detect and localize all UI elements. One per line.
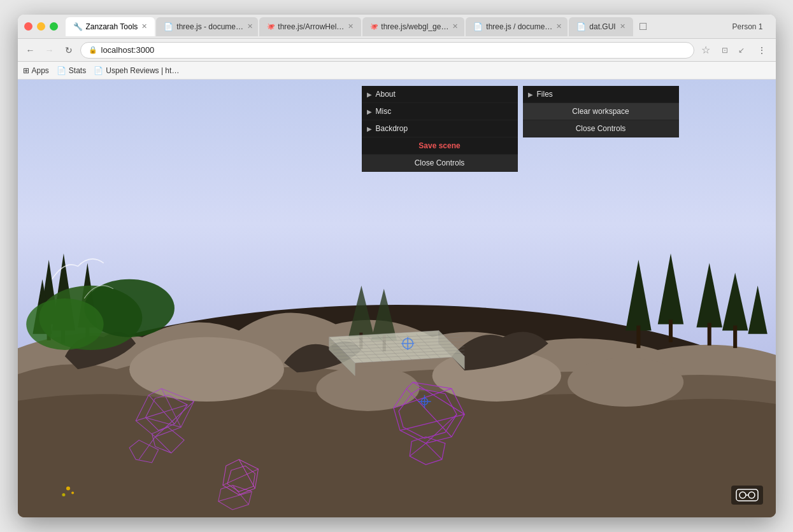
svg-rect-20 <box>707 323 711 345</box>
apps-label: Apps <box>32 66 49 75</box>
back-button[interactable]: ← <box>23 43 38 58</box>
forward-button[interactable]: → <box>42 43 57 58</box>
gui-row-files[interactable]: ▶ Files <box>523 86 679 103</box>
svg-point-86 <box>739 492 746 498</box>
close-controls-left-label: Close Controls <box>415 158 465 167</box>
toolbar-actions: ⋮ <box>753 41 771 59</box>
gui-row-about[interactable]: ▶ About <box>362 86 518 103</box>
tab-close-icon[interactable]: ✕ <box>452 22 458 31</box>
files-label: Files <box>537 90 553 99</box>
stats-icon: 📄 <box>57 66 66 75</box>
about-label: About <box>376 90 396 99</box>
toolbar: ← → ↻ 🔒 localhost:3000 ☆ ⊡ ↙ ⋮ <box>18 39 776 62</box>
tab-favicon: 📄 <box>473 22 483 31</box>
tab-close-icon[interactable]: ✕ <box>247 22 253 31</box>
refresh-button[interactable]: ↻ <box>61 43 76 58</box>
svg-point-5 <box>568 358 683 407</box>
apps-icon: ⊞ <box>23 66 29 75</box>
tab-threejs-doc2[interactable]: 📄 three.js / docume… ✕ <box>466 17 568 36</box>
svg-point-87 <box>748 492 755 498</box>
browser-window: 🔧 Zanzarah Tools ✕ 📄 three.js - docume… … <box>18 15 776 517</box>
tab-close-icon[interactable]: ✕ <box>348 22 354 31</box>
svg-point-2 <box>129 337 284 402</box>
tabs-container: 🔧 Zanzarah Tools ✕ 📄 three.js - docume… … <box>66 17 726 36</box>
close-button[interactable] <box>24 22 32 31</box>
profile-area[interactable]: Person 1 <box>725 22 769 31</box>
tab-label: Zanzarah Tools <box>86 22 138 31</box>
tab-label: three.js - docume… <box>176 22 243 31</box>
close-controls-right-label: Close Controls <box>576 124 626 133</box>
gui-row-backdrop[interactable]: ▶ Backdrop <box>362 120 518 137</box>
tab-close-icon[interactable]: ✕ <box>556 22 562 31</box>
clear-workspace-label: Clear workspace <box>572 107 629 116</box>
tab-label: dat.GUI <box>589 22 615 31</box>
maximize-button[interactable] <box>50 22 58 31</box>
traffic-lights <box>24 22 58 31</box>
svg-point-79 <box>66 486 69 490</box>
bookmark-stats[interactable]: 📄 Stats <box>57 66 86 75</box>
url-text: localhost:3000 <box>101 45 155 55</box>
tab-webgl-ge[interactable]: 🐙 three.js/webgl_ge… ✕ <box>362 17 464 36</box>
gui-panel-left: ▶ About ▶ Misc ▶ Backdrop Save scene Clo… <box>362 86 518 172</box>
tab-label: three.js/webgl_ge… <box>381 22 448 31</box>
svg-rect-18 <box>636 325 640 347</box>
backdrop-arrow-icon: ▶ <box>367 125 372 132</box>
misc-label: Misc <box>376 107 392 116</box>
address-bar[interactable]: 🔒 localhost:3000 <box>80 42 694 59</box>
extension-btn-1[interactable]: ⊡ <box>717 43 732 58</box>
about-arrow-icon: ▶ <box>367 91 372 98</box>
gui-row-clear-workspace[interactable]: Clear workspace <box>523 103 679 120</box>
save-scene-label: Save scene <box>418 141 460 150</box>
gui-panel-right: ▶ Files Clear workspace Close Controls <box>523 86 679 137</box>
tab-arrowhelper[interactable]: 🐙 three.js/ArrowHel… ✕ <box>259 17 361 36</box>
tab-favicon: 🐙 <box>370 23 378 30</box>
gui-row-close-right[interactable]: Close Controls <box>523 120 679 137</box>
files-arrow-icon: ▶ <box>528 91 533 98</box>
bookmark-apps[interactable]: ⊞ Apps <box>23 66 49 75</box>
tab-favicon: 🐙 <box>267 23 275 30</box>
content-area: ▶ About ▶ Misc ▶ Backdrop Save scene Clo… <box>18 80 776 517</box>
title-bar: 🔧 Zanzarah Tools ✕ 📄 three.js - docume… … <box>18 15 776 39</box>
svg-point-80 <box>71 492 74 494</box>
tab-datgui[interactable]: 📄 dat.GUI ✕ <box>569 17 632 36</box>
extensions-area: ⊡ ↙ <box>717 43 749 58</box>
uspeh-icon: 📄 <box>94 66 103 75</box>
svg-rect-21 <box>733 325 737 347</box>
menu-button[interactable]: ⋮ <box>753 41 771 59</box>
svg-point-81 <box>62 493 65 496</box>
uspeh-label: Uspeh Reviews | ht… <box>106 66 179 75</box>
svg-rect-19 <box>668 319 672 342</box>
bookmark-uspeh[interactable]: 📄 Uspeh Reviews | ht… <box>94 66 179 75</box>
lock-icon: 🔒 <box>89 46 97 54</box>
tab-close-icon[interactable]: ✕ <box>141 22 147 31</box>
tab-favicon: 📄 <box>576 22 586 31</box>
gui-row-close-left[interactable]: Close Controls <box>362 155 518 172</box>
minimize-button[interactable] <box>37 22 45 31</box>
bookmark-button[interactable]: ☆ <box>698 43 713 58</box>
tab-threejs-doc[interactable]: 📄 three.js - docume… ✕ <box>156 17 258 36</box>
gui-row-misc[interactable]: ▶ Misc <box>362 103 518 120</box>
svg-point-28 <box>26 298 103 350</box>
tab-close-icon[interactable]: ✕ <box>620 22 625 31</box>
new-tab-button[interactable]: □ <box>634 18 652 36</box>
bookmarks-bar: ⊞ Apps 📄 Stats 📄 Uspeh Reviews | ht… <box>18 62 776 80</box>
extension-btn-2[interactable]: ↙ <box>734 43 749 58</box>
misc-arrow-icon: ▶ <box>367 108 372 115</box>
tab-favicon: 📄 <box>164 22 173 31</box>
stats-label: Stats <box>69 66 86 75</box>
tab-zanzarah-tools[interactable]: 🔧 Zanzarah Tools ✕ <box>66 17 155 36</box>
tab-label: three.js / docume… <box>486 22 552 31</box>
tab-favicon: 🔧 <box>73 22 83 31</box>
gui-row-save-scene[interactable]: Save scene <box>362 137 518 155</box>
backdrop-label: Backdrop <box>376 124 408 133</box>
vr-button[interactable] <box>731 486 763 505</box>
tab-label: three.js/ArrowHel… <box>278 22 344 31</box>
